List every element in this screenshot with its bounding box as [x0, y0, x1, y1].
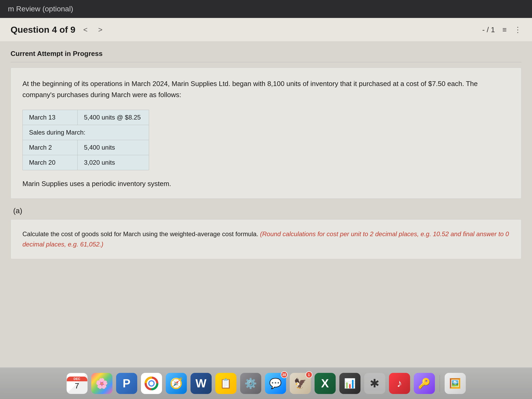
more-options-icon[interactable]: ⋮	[514, 25, 521, 34]
dock-messages[interactable]: 💬 38	[265, 373, 286, 394]
dock-preview[interactable]: 🖼️	[445, 373, 466, 394]
dock-music[interactable]: ♪	[389, 373, 410, 394]
table-cell-date: March 2	[23, 140, 78, 155]
dock-calendar[interactable]: DEC 7	[66, 373, 88, 394]
dock-chrome[interactable]	[141, 373, 162, 394]
spreadsheet-icon: 📊	[344, 378, 356, 389]
table-cell-amount: 5,400 units @ $8.25	[78, 110, 149, 125]
excel-icon: X	[321, 377, 329, 390]
svg-point-4	[149, 381, 154, 386]
dock-divider	[440, 375, 440, 392]
dock-word[interactable]: W	[191, 373, 212, 394]
music-icon: ♪	[397, 377, 402, 389]
messages-badge: 38	[281, 371, 288, 378]
table-row: March 20 3,020 units	[23, 155, 149, 170]
preview-icon: 🖼️	[449, 378, 461, 389]
dock-keychain[interactable]: 🔑	[414, 373, 435, 394]
header-right: - / 1 ≡ ⋮	[482, 25, 521, 34]
dock-bird[interactable]: 🦅 1	[290, 373, 311, 394]
dock-photos[interactable]: 🌸	[91, 373, 112, 394]
instruction-normal-text: Calculate the cost of goods sold for Mar…	[22, 230, 258, 238]
dock-keynote[interactable]: P	[116, 373, 137, 394]
bluetooth-icon: ✱	[370, 377, 379, 390]
app-title: m Review (optional)	[8, 5, 73, 13]
table-cell-amount: 5,400 units	[78, 140, 149, 155]
table-row: Sales during March:	[23, 125, 149, 140]
bird-icon: 🦅	[294, 378, 306, 389]
dock-settings[interactable]: ⚙️	[240, 373, 261, 394]
word-icon: W	[196, 377, 207, 390]
question-card: At the beginning of its operations in Ma…	[11, 68, 521, 199]
prev-question-button[interactable]: <	[81, 25, 90, 35]
chrome-icon	[144, 376, 159, 391]
list-icon[interactable]: ≡	[502, 26, 507, 34]
score-display: - / 1	[482, 26, 495, 34]
table-cell-amount: 3,020 units	[78, 155, 149, 170]
question-text: At the beginning of its operations in Ma…	[22, 78, 510, 100]
dock-bluetooth[interactable]: ✱	[364, 373, 385, 394]
keychain-icon: 🔑	[418, 378, 430, 389]
attempt-label: Current Attempt in Progress	[11, 50, 521, 62]
dock-notes[interactable]: 📋	[215, 373, 236, 394]
bird-badge: 1	[306, 371, 312, 378]
top-bar: m Review (optional)	[0, 0, 532, 18]
table-cell-section: Sales during March:	[23, 125, 149, 140]
messages-icon: 💬	[269, 378, 282, 389]
notes-icon: 📋	[220, 378, 232, 389]
periodic-inventory-text: Marin Supplies uses a periodic inventory…	[22, 180, 510, 188]
dock-excel[interactable]: X	[315, 373, 336, 394]
table-row: March 13 5,400 units @ $8.25	[23, 110, 149, 125]
purchases-table: March 13 5,400 units @ $8.25 Sales durin…	[22, 110, 149, 170]
dock: DEC 7 🌸 P 🧭 W 📋 ⚙️ 💬 38	[0, 367, 532, 399]
question-counter: Question 4 of 9	[11, 25, 75, 35]
part-a-instruction: Calculate the cost of goods sold for Mar…	[22, 229, 510, 249]
settings-icon: ⚙️	[244, 378, 257, 389]
main-content: Current Attempt in Progress At the begin…	[0, 42, 532, 367]
photos-icon: 🌸	[96, 378, 108, 389]
table-cell-date: March 20	[23, 155, 78, 170]
safari-icon: 🧭	[170, 377, 183, 390]
part-a-card: Calculate the cost of goods sold for Mar…	[11, 219, 521, 259]
part-a-label: (a)	[11, 207, 521, 215]
question-nav: Question 4 of 9 < >	[11, 25, 105, 35]
calendar-month: DEC	[67, 377, 87, 381]
keynote-icon: P	[123, 377, 130, 390]
table-cell-date: March 13	[23, 110, 78, 125]
dock-spreadsheet[interactable]: 📊	[339, 373, 360, 394]
calendar-day: 7	[75, 381, 79, 390]
table-row: March 2 5,400 units	[23, 140, 149, 155]
dock-safari[interactable]: 🧭	[166, 373, 187, 394]
question-header: Question 4 of 9 < > - / 1 ≡ ⋮	[0, 18, 532, 42]
next-question-button[interactable]: >	[96, 25, 105, 35]
